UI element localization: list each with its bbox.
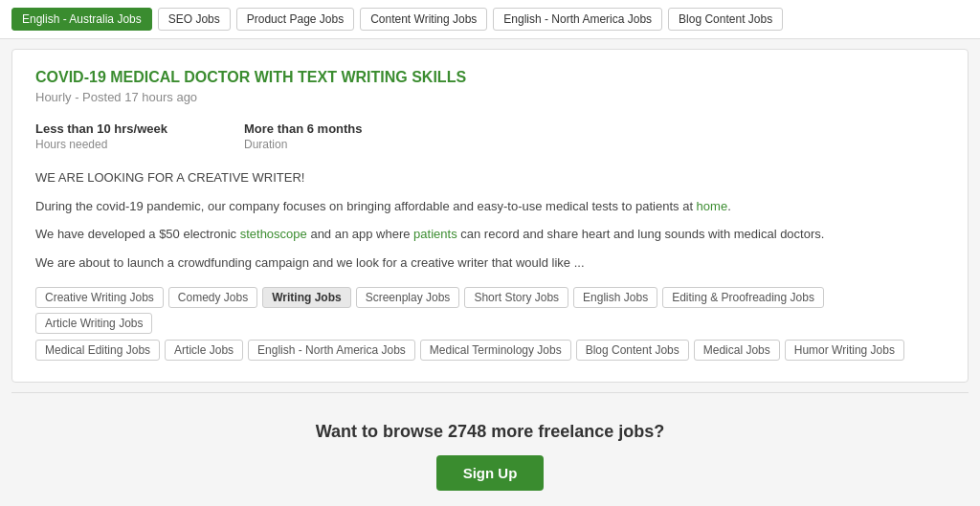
nav-tabs-bar: English - Australia JobsSEO JobsProduct … [0,0,980,39]
nav-tab[interactable]: English - Australia Jobs [11,8,152,31]
description-paragraph: We are about to launch a crowdfunding ca… [35,253,945,273]
tag[interactable]: Article Jobs [165,340,243,361]
tag[interactable]: Humor Writing Jobs [785,340,904,361]
tag[interactable]: Comedy Jobs [168,287,257,308]
highlight-text: stethoscope [240,227,307,241]
stat-label: More than 6 months [244,121,363,136]
stat-item: Less than 10 hrs/week Hours needed [35,121,167,151]
stat-desc: Duration [244,138,363,151]
tags-row-2: Medical Editing JobsArticle JobsEnglish … [35,340,945,361]
stat-item: More than 6 months Duration [244,121,363,151]
tag[interactable]: English - North America Jobs [248,340,415,361]
job-description: WE ARE LOOKING FOR A CREATIVE WRITER!Dur… [35,168,945,272]
tag[interactable]: Writing Jobs [262,287,350,308]
description-paragraph: WE ARE LOOKING FOR A CREATIVE WRITER! [35,168,945,187]
job-meta: Hourly - Posted 17 hours ago [35,90,945,104]
tag[interactable]: Creative Writing Jobs [35,287,164,308]
nav-tab[interactable]: Product Page Jobs [236,8,354,31]
tag[interactable]: Article Writing Jobs [35,313,152,334]
job-title: COVID-19 MEDICAL DOCTOR WITH TEXT WRITIN… [35,69,945,86]
tag[interactable]: Medical Editing Jobs [35,340,160,361]
nav-tab[interactable]: SEO Jobs [158,8,231,31]
tag[interactable]: English Jobs [573,287,657,308]
nav-tab[interactable]: English - North America Jobs [493,8,662,31]
cta-text: Want to browse 2748 more freelance jobs? [31,422,949,442]
stat-label: Less than 10 hrs/week [35,121,167,136]
highlight-text: patients [413,227,457,241]
highlight-text: home [697,199,728,213]
tag[interactable]: Short Story Jobs [464,287,568,308]
tag[interactable]: Screenplay Jobs [356,287,460,308]
description-paragraph: During the covid-19 pandemic, our compan… [35,197,945,216]
tag[interactable]: Blog Content Jobs [576,340,689,361]
nav-tab[interactable]: Blog Content Jobs [668,8,783,31]
tag[interactable]: Medical Jobs [694,340,780,361]
tags-row-1: Creative Writing JobsComedy JobsWriting … [35,287,945,334]
tag[interactable]: Editing & Proofreading Jobs [662,287,824,308]
stat-desc: Hours needed [35,138,167,151]
sign-up-button[interactable]: Sign Up [436,455,545,491]
job-stats: Less than 10 hrs/week Hours neededMore t… [35,121,945,151]
tag[interactable]: Medical Terminology Jobs [420,340,571,361]
cta-section: Want to browse 2748 more freelance jobs?… [11,392,969,506]
nav-tab[interactable]: Content Writing Jobs [360,8,487,31]
description-paragraph: We have developed a $50 electronic steth… [35,225,945,244]
job-card: COVID-19 MEDICAL DOCTOR WITH TEXT WRITIN… [11,49,969,383]
